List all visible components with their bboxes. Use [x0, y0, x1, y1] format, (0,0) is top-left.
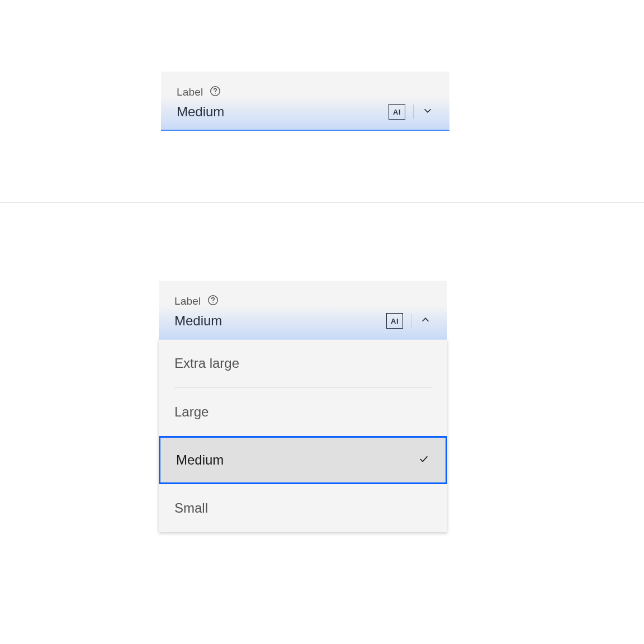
separator	[411, 314, 411, 328]
dropdown-open-trailing: AI	[386, 313, 432, 329]
section-divider	[0, 202, 644, 203]
dropdown-closed-label: Label	[177, 86, 203, 98]
dropdown-open: Label Medium AI	[159, 281, 447, 532]
dropdown-closed: Label Medium AI	[161, 72, 449, 131]
dropdown-option-small[interactable]: Small	[159, 484, 447, 532]
help-icon[interactable]	[207, 294, 219, 309]
dropdown-closed-label-row: Label	[177, 85, 434, 100]
dropdown-closed-value-row: Medium AI	[177, 104, 434, 120]
separator	[413, 105, 414, 119]
dropdown-closed-field[interactable]: Label Medium AI	[161, 72, 449, 131]
dropdown-option-medium[interactable]: Medium	[159, 436, 447, 484]
check-icon	[418, 453, 430, 467]
dropdown-option-label: Extra large	[174, 356, 239, 371]
dropdown-menu: Extra large Large Medium Small	[159, 339, 447, 532]
dropdown-closed-trailing: AI	[389, 104, 434, 120]
dropdown-option-large[interactable]: Large	[159, 388, 447, 436]
chevron-up-icon[interactable]	[419, 314, 432, 328]
dropdown-option-extra-large[interactable]: Extra large	[159, 339, 447, 387]
svg-point-1	[215, 93, 215, 94]
dropdown-open-value-row: Medium AI	[174, 313, 432, 329]
dropdown-closed-value: Medium	[177, 104, 224, 120]
svg-point-3	[212, 302, 213, 303]
dropdown-open-value: Medium	[174, 313, 222, 329]
dropdown-open-label: Label	[174, 295, 201, 307]
dropdown-option-label: Medium	[176, 452, 224, 468]
chevron-down-icon[interactable]	[422, 105, 434, 119]
dropdown-option-label: Large	[174, 404, 209, 420]
ai-badge-icon: AI	[386, 313, 403, 329]
dropdown-option-label: Small	[174, 500, 208, 516]
dropdown-open-field[interactable]: Label Medium AI	[159, 281, 447, 339]
help-icon[interactable]	[209, 85, 221, 100]
dropdown-open-label-row: Label	[174, 294, 432, 309]
ai-badge-icon: AI	[389, 104, 405, 120]
